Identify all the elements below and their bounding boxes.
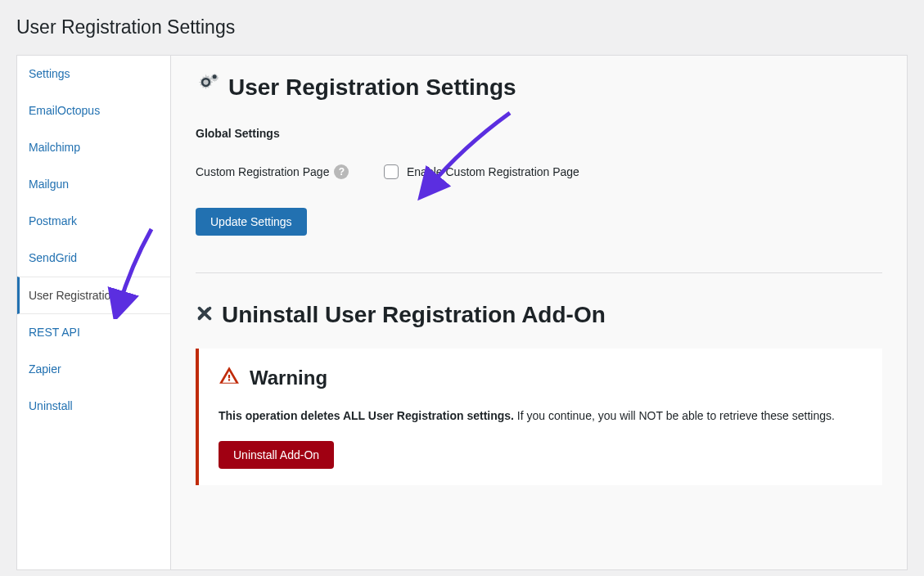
uninstall-heading-text: Uninstall User Registration Add-On (222, 302, 606, 328)
sidebar-item-postmark[interactable]: Postmark (17, 203, 170, 240)
warning-icon (219, 365, 240, 391)
warning-box: Warning This operation deletes ALL User … (196, 349, 882, 485)
close-icon (196, 302, 214, 328)
sidebar-item-user-registration[interactable]: User Registration (17, 277, 170, 314)
sidebar-item-uninstall[interactable]: Uninstall (17, 388, 170, 425)
sidebar-item-mailgun[interactable]: Mailgun (17, 166, 170, 203)
sidebar-item-sendgrid[interactable]: SendGrid (17, 240, 170, 277)
page-title: User Registration Settings (0, 0, 924, 55)
sidebar-item-rest-api[interactable]: REST API (17, 314, 170, 351)
sidebar-item-emailoctopus[interactable]: EmailOctopus (17, 92, 170, 129)
sidebar-item-mailchimp[interactable]: Mailchimp (17, 129, 170, 166)
uninstall-heading: Uninstall User Registration Add-On (196, 302, 882, 328)
update-settings-button[interactable]: Update Settings (196, 208, 307, 236)
enable-custom-registration-label: Enable Custom Registration Page (407, 165, 579, 178)
divider (196, 272, 882, 273)
sidebar: Settings EmailOctopus Mailchimp Mailgun … (16, 55, 171, 570)
settings-heading-text: User Registration Settings (228, 74, 516, 101)
enable-custom-registration-checkbox[interactable] (384, 164, 399, 179)
uninstall-addon-button[interactable]: Uninstall Add-On (219, 441, 334, 469)
warning-text: This operation deletes ALL User Registra… (219, 407, 863, 425)
main-panel: User Registration Settings Global Settin… (171, 55, 908, 570)
sidebar-item-settings[interactable]: Settings (17, 56, 170, 92)
settings-heading: User Registration Settings (196, 72, 882, 102)
global-settings-label: Global Settings (196, 127, 882, 140)
warning-title: Warning (219, 365, 863, 391)
custom-registration-label: Custom Registration Page ? (196, 164, 384, 179)
gears-icon (196, 72, 220, 102)
help-icon[interactable]: ? (334, 164, 349, 179)
sidebar-item-zapier[interactable]: Zapier (17, 351, 170, 388)
